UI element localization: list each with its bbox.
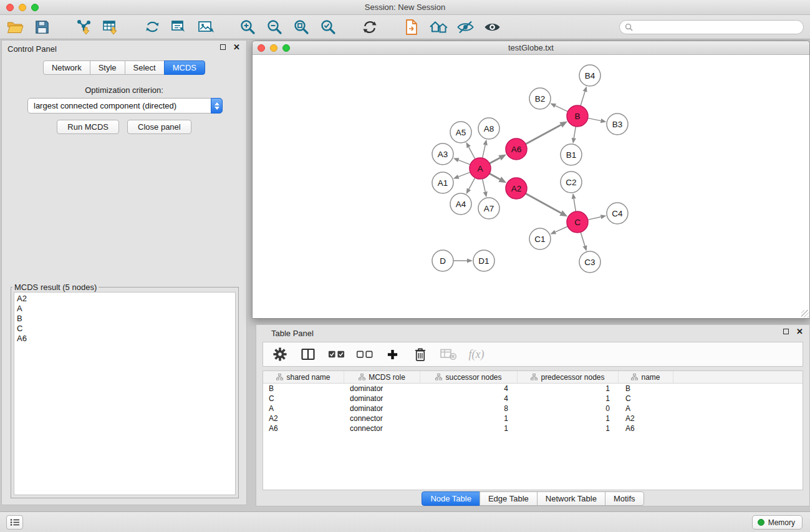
tab-style[interactable]: Style: [90, 60, 125, 75]
column-header-label: name: [641, 373, 660, 382]
minimize-window-button[interactable]: [19, 4, 26, 11]
table-cell: 4: [420, 394, 518, 403]
close-panel-icon[interactable]: ✕: [233, 44, 240, 50]
search-field[interactable]: [619, 20, 804, 34]
float-panel-icon[interactable]: [220, 44, 226, 50]
mcds-result-item[interactable]: A: [17, 304, 233, 314]
graph-edge-A-A2[interactable]: [489, 173, 500, 179]
mcds-result-item[interactable]: A6: [17, 334, 233, 344]
mcds-result-item[interactable]: C: [17, 324, 233, 334]
optimization-criterion-select[interactable]: largest connected component (directed): [27, 98, 223, 114]
bird-eye-view-button[interactable]: [482, 17, 502, 37]
refresh-button[interactable]: [360, 17, 380, 37]
network-minimize-button[interactable]: [270, 44, 277, 52]
show-panels-button[interactable]: [6, 515, 23, 530]
table-settings-button[interactable]: [271, 345, 289, 364]
mcds-result-list[interactable]: A2ABCA6: [14, 292, 236, 495]
column-type-icon: [276, 374, 283, 380]
share-network-icon: [145, 19, 160, 34]
resize-grip[interactable]: [801, 310, 809, 317]
column-header-successor-nodes[interactable]: successor nodes: [420, 371, 518, 383]
network-close-button[interactable]: [258, 44, 265, 52]
graph-edge-B-B3[interactable]: [588, 118, 601, 120]
table-row[interactable]: Cdominator41C: [263, 394, 803, 404]
close-table-panel-icon[interactable]: ✕: [796, 329, 803, 334]
mcds-result-item[interactable]: A2: [17, 294, 233, 304]
table-cell: A2: [263, 414, 344, 423]
graph-edge-B-B1[interactable]: [574, 127, 576, 138]
graph-edge-A-A3[interactable]: [458, 160, 470, 165]
delete-table-icon: [440, 348, 456, 360]
column-header-shared-name[interactable]: shared name: [263, 371, 344, 383]
save-session-button[interactable]: [32, 17, 52, 37]
table-row[interactable]: Bdominator41B: [263, 384, 803, 394]
table-row[interactable]: Adominator80A: [263, 404, 803, 414]
column-header-predecessor-nodes[interactable]: predecessor nodes: [518, 371, 619, 383]
zoom-out-button[interactable]: [264, 17, 284, 37]
zoom-window-button[interactable]: [31, 4, 39, 11]
tab-network[interactable]: Network: [43, 60, 90, 75]
tab-network-table[interactable]: Network Table: [537, 491, 605, 506]
function-builder-button[interactable]: f(x): [468, 345, 485, 364]
graph-edge-A6-B[interactable]: [526, 125, 561, 144]
graph-node-label: A5: [456, 128, 466, 137]
graph-edge-A-A7[interactable]: [483, 179, 486, 192]
select-all-button[interactable]: [327, 345, 345, 364]
run-mcds-button[interactable]: Run MCDS: [57, 120, 119, 134]
memory-button[interactable]: Memory: [752, 515, 803, 530]
column-header-mcds-role[interactable]: MCDS role: [344, 371, 420, 383]
import-network-button[interactable]: [74, 17, 94, 37]
share-network-button[interactable]: [142, 17, 162, 37]
table-panel-header: Table Panel ✕: [256, 325, 809, 341]
table-panel-title: Table Panel: [256, 329, 314, 338]
show-columns-button[interactable]: [299, 345, 317, 364]
mcds-result-item[interactable]: B: [17, 314, 233, 324]
select-all-icon: [328, 349, 345, 360]
graph-edge-C-C4[interactable]: [588, 217, 601, 220]
close-window-button[interactable]: [6, 4, 14, 11]
export-image-button[interactable]: [196, 17, 216, 37]
copy-document-button[interactable]: [402, 17, 422, 37]
delete-column-button[interactable]: [412, 345, 429, 364]
graph-edge-A2-C[interactable]: [526, 193, 561, 213]
tab-mcds[interactable]: MCDS: [164, 60, 205, 75]
graph-edge-C-C2[interactable]: [574, 199, 576, 212]
graph-edge-arrow: [572, 138, 576, 143]
graph-edge-B-B4[interactable]: [581, 92, 585, 106]
float-table-panel-icon[interactable]: [783, 329, 789, 334]
show-graphics-details-button[interactable]: [455, 17, 475, 37]
graph-edge-B-B2[interactable]: [555, 105, 567, 111]
table-row[interactable]: A2connector11A2: [263, 414, 803, 423]
graph-edge-A-A4[interactable]: [469, 178, 475, 189]
tab-node-table[interactable]: Node Table: [422, 491, 480, 506]
network-canvas[interactable]: B4B2BB3A5A8A6B1A3AC2A1A2A4A7C4CC1C3DD1: [253, 55, 809, 318]
open-file-button[interactable]: [5, 17, 25, 37]
close-panel-button[interactable]: Close panel: [127, 120, 191, 134]
graph-edge-A-A8[interactable]: [483, 145, 486, 158]
graph-edge-A-A6[interactable]: [489, 158, 500, 163]
network-window-titlebar[interactable]: testGlobe.txt: [253, 41, 809, 55]
zoom-in-button[interactable]: [238, 17, 258, 37]
graph-edge-A-A1[interactable]: [458, 172, 470, 177]
home-views-button[interactable]: [428, 17, 448, 37]
tab-motifs[interactable]: Motifs: [605, 491, 644, 506]
new-network-view-button[interactable]: [169, 17, 189, 37]
network-zoom-button[interactable]: [282, 44, 290, 52]
tab-edge-table[interactable]: Edge Table: [480, 491, 538, 506]
graph-edge-C-C3[interactable]: [581, 232, 585, 246]
add-column-button[interactable]: [383, 345, 401, 364]
graph-edge-A-A5[interactable]: [469, 147, 475, 159]
table-row[interactable]: A6connector11A6: [263, 423, 803, 433]
graph-edge-C-C1[interactable]: [556, 226, 568, 232]
table-cell: dominator: [344, 394, 420, 403]
eye-icon: [483, 21, 501, 34]
tab-select[interactable]: Select: [125, 60, 165, 75]
column-header-name[interactable]: name: [619, 371, 673, 383]
deselect-all-button[interactable]: [355, 345, 373, 364]
status-bar: Memory: [0, 511, 810, 532]
import-table-button[interactable]: [100, 17, 120, 37]
delete-table-button[interactable]: [440, 345, 457, 364]
zoom-fit-button[interactable]: [291, 17, 311, 37]
search-input[interactable]: [636, 23, 798, 32]
zoom-selected-button[interactable]: [318, 17, 338, 37]
